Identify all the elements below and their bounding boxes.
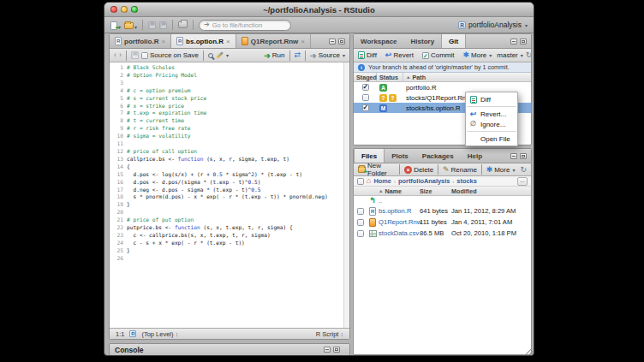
maximize-pane-button[interactable] bbox=[520, 39, 527, 45]
code-line: putprice.bs <- function (s, x, t.exp, t,… bbox=[127, 224, 349, 232]
project-menu-button[interactable]: R portfolioAnalysis ▾ bbox=[458, 21, 528, 29]
file-checkbox[interactable] bbox=[357, 230, 364, 237]
file-row[interactable]: stockData.csv86.5 MBOct 20, 2010, 1:18 P… bbox=[354, 228, 531, 239]
delete-button[interactable]: ×Delete bbox=[404, 166, 433, 174]
menu-item-open-file[interactable]: Open File bbox=[466, 134, 517, 144]
close-tab-icon[interactable]: × bbox=[301, 38, 305, 45]
minimize-window-button[interactable] bbox=[121, 6, 128, 13]
tab-bs-option-r[interactable]: R bs.option.R × bbox=[171, 34, 236, 48]
close-tab-icon[interactable]: × bbox=[226, 38, 230, 45]
tab-q1report-rnw[interactable]: Q1Report.Rnw × bbox=[236, 34, 311, 48]
maximize-console-button[interactable] bbox=[333, 347, 340, 353]
column-path[interactable]: ▲Path bbox=[403, 73, 531, 81]
more-button[interactable]: ✱More▾ bbox=[463, 51, 492, 59]
menu-label: Revert... bbox=[480, 110, 506, 118]
column-staged[interactable]: Staged bbox=[354, 73, 377, 81]
menu-item-diff[interactable]: Diff bbox=[466, 94, 517, 104]
tab-packages[interactable]: Packages bbox=[415, 149, 461, 163]
new-file-button[interactable]: +▾ bbox=[110, 17, 121, 33]
save-all-button[interactable] bbox=[159, 21, 167, 29]
find-replace-icon[interactable] bbox=[208, 53, 213, 58]
close-tab-icon[interactable]: × bbox=[161, 38, 165, 45]
refresh-icon[interactable]: ↻ bbox=[520, 166, 527, 174]
column-status[interactable]: Status bbox=[377, 73, 403, 81]
file-name-link[interactable]: Q1Report.Rnw bbox=[379, 218, 420, 226]
file-name-link[interactable]: bs.option.R bbox=[379, 207, 420, 215]
file-name-link[interactable]: stockData.csv bbox=[379, 229, 420, 237]
line-number: 3 bbox=[110, 80, 127, 87]
tab-portfolio-r[interactable]: R portfolio.R × bbox=[110, 34, 171, 48]
column-size[interactable]: Size bbox=[420, 187, 451, 195]
staged-checkbox[interactable] bbox=[362, 104, 369, 111]
tab-history[interactable]: History bbox=[404, 34, 442, 48]
goto-file-input[interactable] bbox=[212, 21, 286, 29]
print-button[interactable] bbox=[178, 21, 188, 28]
scope-selector[interactable]: (Top Level) ↕ bbox=[141, 330, 178, 338]
window-resize-grip[interactable] bbox=[525, 347, 533, 354]
file-type-selector[interactable]: R Script ↕ bbox=[316, 330, 343, 338]
goto-file-box[interactable]: ➔ bbox=[199, 20, 291, 31]
new-folder-button[interactable]: + New Folder bbox=[358, 162, 395, 177]
refresh-icon[interactable]: ↻ bbox=[526, 51, 532, 59]
code-lines[interactable]: # Black Scholes# Option Pricing Model # … bbox=[127, 62, 349, 328]
breadcrumb-portfolioanalysis[interactable]: portfolioAnalysis bbox=[398, 177, 450, 185]
git-info-bar: i Your branch is ahead of 'origin/master… bbox=[354, 62, 531, 73]
tab-plots[interactable]: Plots bbox=[385, 149, 415, 163]
save-source-button[interactable] bbox=[131, 51, 139, 59]
column-modified[interactable]: Modified bbox=[451, 187, 531, 195]
commit-button[interactable]: ✓Commit bbox=[422, 51, 455, 59]
minimize-pane-button[interactable] bbox=[510, 153, 517, 159]
code-tools-button[interactable]: ▾ bbox=[216, 52, 229, 58]
editor-scrollbar[interactable] bbox=[343, 62, 349, 328]
select-all-checkbox[interactable] bbox=[357, 178, 364, 185]
close-window-button[interactable] bbox=[110, 6, 117, 13]
tab-git[interactable]: Git bbox=[441, 34, 466, 48]
file-row[interactable]: Rbs.option.R641 bytesJan 11, 2012, 8:29 … bbox=[354, 205, 531, 217]
maximize-pane-button[interactable] bbox=[520, 153, 527, 159]
staged-checkbox[interactable] bbox=[362, 94, 369, 101]
file-checkbox[interactable] bbox=[357, 219, 364, 226]
breadcrumb-stocks[interactable]: stocks bbox=[456, 177, 476, 185]
source-button[interactable]: ➔ Source ▾ bbox=[310, 51, 345, 60]
scope-label: (Top Level) bbox=[141, 330, 173, 338]
code-editor[interactable]: 1234567891011121314151617181920212223242… bbox=[110, 62, 349, 328]
back-icon[interactable]: ‹ bbox=[114, 51, 116, 59]
minimize-console-button[interactable] bbox=[324, 347, 331, 353]
revert-button[interactable]: ↩Revert bbox=[385, 51, 414, 59]
tab-files[interactable]: Files bbox=[354, 149, 385, 163]
menu-item-ignore[interactable]: ∅ Ignore... bbox=[466, 119, 517, 129]
menu-item-revert[interactable]: ↩ Revert... bbox=[466, 109, 517, 119]
open-file-button[interactable]: ▾ bbox=[124, 17, 137, 33]
parent-directory-link[interactable]: .. bbox=[379, 197, 420, 205]
diff-button[interactable]: Diff bbox=[358, 51, 377, 59]
file-checkbox[interactable] bbox=[357, 208, 364, 215]
minimize-pane-button[interactable] bbox=[329, 39, 336, 45]
forward-icon[interactable]: › bbox=[119, 51, 122, 59]
r-file-icon: R bbox=[176, 37, 183, 45]
staged-checkbox[interactable] bbox=[362, 84, 369, 91]
files-more-button[interactable]: ✱More▾ bbox=[486, 166, 516, 174]
git-context-menu: Diff ↩ Revert... ∅ Ignore... Open File bbox=[465, 92, 518, 146]
title-bar[interactable]: ~/portfolioAnalysis - RStudio bbox=[104, 3, 534, 17]
save-button[interactable] bbox=[148, 21, 156, 29]
minimize-pane-button[interactable] bbox=[510, 39, 517, 45]
console-pane-header[interactable]: Console bbox=[109, 343, 350, 356]
column-name[interactable]: ▲Name bbox=[379, 187, 420, 195]
maximize-pane-button[interactable] bbox=[338, 39, 345, 45]
branch-selector[interactable]: master▾ bbox=[497, 51, 522, 59]
branch-status-text: Your branch is ahead of 'origin/master' … bbox=[368, 63, 510, 71]
zoom-window-button[interactable] bbox=[131, 6, 138, 13]
parent-directory-row[interactable]: ↰ .. bbox=[354, 196, 531, 205]
breadcrumb-more-button[interactable]: ... bbox=[517, 177, 528, 186]
tab-help[interactable]: Help bbox=[461, 149, 489, 163]
source-on-save-checkbox[interactable]: Source on Save bbox=[141, 51, 199, 59]
line-number: 11 bbox=[110, 140, 127, 148]
file-row[interactable]: Q1Report.Rnw111 bytesJan 4, 2011, 7:01 A… bbox=[354, 217, 531, 228]
breadcrumb-home[interactable]: Home bbox=[373, 177, 391, 185]
rerun-icon[interactable]: ⇄ bbox=[295, 51, 301, 59]
run-button[interactable]: ➔ Run bbox=[264, 51, 284, 60]
main-toolbar: +▾ ▾ ➔ R portfolioAnalysis ▾ bbox=[104, 17, 534, 33]
rnw-file-icon bbox=[242, 37, 248, 45]
tab-workspace[interactable]: Workspace bbox=[354, 34, 404, 48]
rename-button[interactable]: ✎Rename bbox=[443, 166, 477, 174]
